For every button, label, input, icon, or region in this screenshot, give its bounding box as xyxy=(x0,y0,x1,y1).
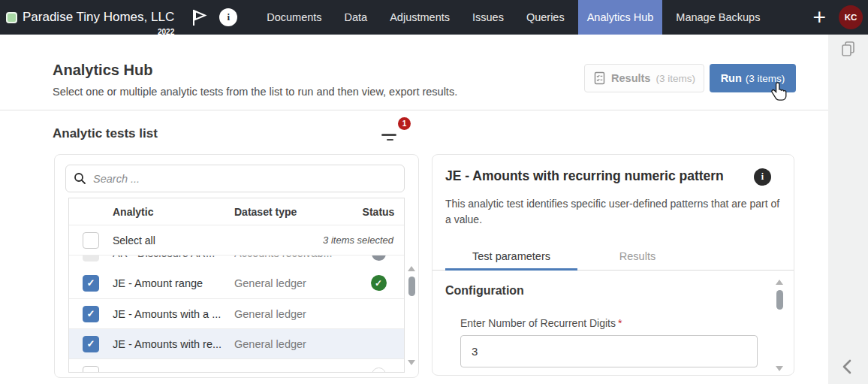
nav-item-documents[interactable]: Documents xyxy=(258,0,330,35)
analytic-name: AR - Disclosure AR... xyxy=(113,255,234,259)
engagement-year: 2022 xyxy=(158,28,174,36)
table-row-selected[interactable]: ✓ JE - Amounts with re... General ledger xyxy=(69,329,404,359)
nav-item-analytics-hub[interactable]: Analytics Hub xyxy=(578,0,663,35)
company-logo xyxy=(6,12,17,23)
right-rail xyxy=(828,35,868,384)
configuration-heading: Configuration xyxy=(445,284,524,298)
search-input[interactable] xyxy=(93,173,396,185)
selected-summary: 3 items selected xyxy=(234,234,404,246)
required-marker: * xyxy=(618,317,622,329)
check-glyph: ✓ xyxy=(375,278,382,289)
scrollbar-thumb[interactable] xyxy=(776,290,783,310)
nav-item-queries[interactable]: Queries xyxy=(517,0,574,35)
results-button-count: (3 items) xyxy=(656,73,695,84)
test-info-icon[interactable]: i xyxy=(754,168,771,186)
copy-pages-icon[interactable] xyxy=(840,41,856,61)
analytics-table: Analytic Dataset type Status Select all … xyxy=(68,198,405,373)
select-all-checkbox[interactable] xyxy=(83,232,99,249)
recurrent-digits-label-text: Enter Number of Recurrent Digits xyxy=(460,317,616,329)
col-header-analytic: Analytic xyxy=(113,206,234,218)
check-glyph: ✓ xyxy=(87,308,95,319)
filter-count-badge: 1 xyxy=(398,117,411,130)
nav-item-data[interactable]: Data xyxy=(336,0,377,35)
main-nav: Documents Data Adjustments Issues Querie… xyxy=(255,0,771,35)
row-checkbox[interactable]: ✓ xyxy=(83,336,99,352)
recurrent-digits-label: Enter Number of Recurrent Digits* xyxy=(460,317,622,329)
analytic-name: JE - Amount range xyxy=(113,277,234,289)
list-scrollbar xyxy=(407,266,416,365)
filter-icon[interactable] xyxy=(381,134,398,144)
page-title: Analytics Hub xyxy=(53,62,152,79)
analytic-name: JE - Amounts with re... xyxy=(113,338,234,350)
detail-scrollbar xyxy=(775,280,784,371)
run-button[interactable]: Run (3 items) xyxy=(710,64,796,92)
col-header-status: Status xyxy=(353,206,404,218)
run-button-label: Run xyxy=(721,72,742,84)
row-checkbox[interactable] xyxy=(83,366,99,372)
scroll-down-arrow-icon[interactable] xyxy=(408,360,415,365)
topbar-actions: + KC xyxy=(809,0,868,35)
check-glyph: ✓ xyxy=(87,338,95,349)
info-glyph: i xyxy=(761,171,764,183)
row-checkbox[interactable]: ✓ xyxy=(83,275,99,292)
scroll-down-arrow-icon[interactable] xyxy=(776,366,783,371)
col-header-dataset-type: Dataset type xyxy=(234,206,353,218)
search-box xyxy=(65,165,405,192)
scrollbar-thumb[interactable] xyxy=(408,277,415,296)
clipped-row-bottom xyxy=(69,359,404,372)
select-all-label: Select all xyxy=(113,234,234,246)
dataset-type: General ledger xyxy=(234,277,353,289)
check-glyph: ✓ xyxy=(87,277,95,289)
table-row[interactable]: AR - Disclosure AR... Accounts receivab.… xyxy=(69,255,404,268)
app-window: Paradise Tiny Homes, LLC 2022 i Document… xyxy=(0,0,868,384)
tab-results[interactable]: Results xyxy=(577,242,698,271)
checklist-icon xyxy=(593,71,606,85)
scroll-up-arrow-icon[interactable] xyxy=(408,266,415,271)
analytic-tests-card: Analytic Dataset type Status Select all … xyxy=(54,154,419,378)
detail-tabs: Test parameters Results xyxy=(432,242,794,271)
test-title: JE - Amounts with recurring numeric patt… xyxy=(445,168,746,184)
add-icon[interactable]: + xyxy=(809,6,829,29)
nav-item-issues[interactable]: Issues xyxy=(463,0,513,35)
active-tab-underline xyxy=(445,268,577,271)
run-button-count: (3 items) xyxy=(746,73,785,84)
flag-icon[interactable] xyxy=(189,7,209,28)
dataset-type: General ledger xyxy=(234,308,353,320)
nav-item-adjustments[interactable]: Adjustments xyxy=(381,0,459,35)
nav-item-manage-backups[interactable]: Manage Backups xyxy=(667,0,769,35)
select-all-row[interactable]: Select all 3 items selected xyxy=(69,225,404,255)
engagement-title-text: Paradise Tiny Homes, LLC xyxy=(23,10,174,24)
search-icon xyxy=(74,172,86,185)
list-section-heading: Analytic tests list xyxy=(53,126,158,141)
header-divider xyxy=(0,110,828,110)
info-icon[interactable]: i xyxy=(219,8,237,26)
row-checkbox[interactable] xyxy=(83,255,99,262)
test-description: This analytic test identifies specific u… xyxy=(445,196,782,228)
table-row[interactable] xyxy=(69,359,404,372)
table-row[interactable]: ✓ JE - Amount range General ledger ✓ xyxy=(69,268,404,299)
top-bar: Paradise Tiny Homes, LLC 2022 i Document… xyxy=(0,0,868,35)
table-row[interactable]: ✓ JE - Amounts with a ... General ledger xyxy=(69,299,404,329)
test-detail-card: JE - Amounts with recurring numeric patt… xyxy=(432,154,794,376)
dataset-type: General ledger xyxy=(234,338,353,350)
status-success-icon: ✓ xyxy=(371,275,387,291)
results-button[interactable]: Results (3 items) xyxy=(584,64,704,92)
results-button-label: Results xyxy=(611,72,650,84)
row-checkbox[interactable]: ✓ xyxy=(83,306,99,322)
analytic-name: JE - Amounts with a ... xyxy=(113,308,234,320)
engagement-title: Paradise Tiny Homes, LLC 2022 xyxy=(23,10,174,25)
recurrent-digits-input[interactable] xyxy=(460,335,758,367)
collapse-chevron-icon[interactable] xyxy=(840,358,855,378)
dataset-type: Accounts receivab... xyxy=(234,255,353,259)
info-glyph: i xyxy=(227,11,230,23)
clipped-row-top: AR - Disclosure AR... Accounts receivab.… xyxy=(69,255,404,268)
page-subtitle: Select one or multiple analytic tests fr… xyxy=(53,86,457,98)
status-icon xyxy=(372,367,386,373)
user-avatar[interactable]: KC xyxy=(839,5,863,29)
tab-test-parameters[interactable]: Test parameters xyxy=(445,242,577,271)
table-header-row: Analytic Dataset type Status xyxy=(69,198,404,225)
status-pending-icon xyxy=(372,255,386,261)
scroll-up-arrow-icon[interactable] xyxy=(776,280,783,285)
